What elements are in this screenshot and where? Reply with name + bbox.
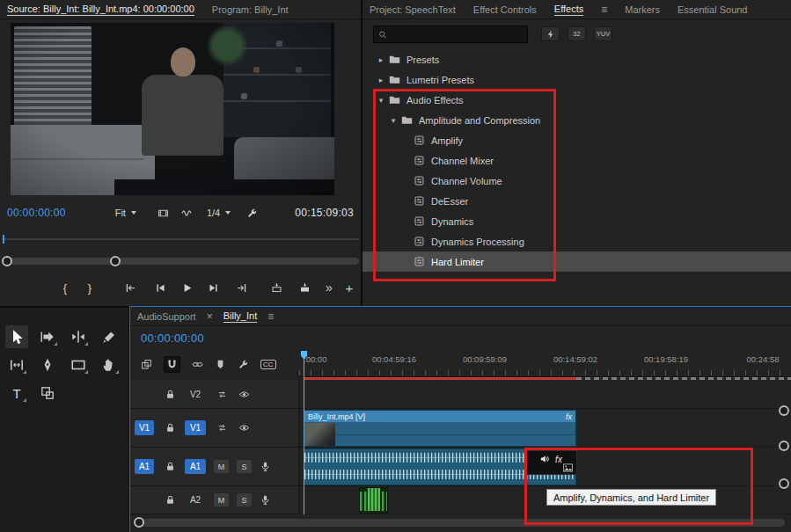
selection-tool[interactable]: [5, 325, 28, 348]
track-resize-handle-1[interactable]: [779, 405, 789, 416]
tree-item-dynamics-processing[interactable]: Dynamics Processing: [363, 231, 791, 251]
zoom-handle-left[interactable]: [2, 256, 12, 266]
timeline-settings-wrench-icon[interactable]: [238, 359, 249, 370]
go-to-in-button[interactable]: [120, 277, 141, 298]
32bit-color-filter-button[interactable]: 32: [568, 26, 586, 41]
source-playhead[interactable]: [3, 235, 4, 244]
tab-program[interactable]: Program: Billy_Int: [212, 4, 289, 15]
play-button[interactable]: [176, 277, 197, 298]
timeline-ruler[interactable]: :00:00 00:04:59:16 00:09:59:09 00:14:59:…: [299, 351, 791, 377]
ripple-edit-tool[interactable]: [67, 325, 90, 348]
close-icon[interactable]: ×: [207, 311, 213, 322]
slip-tool[interactable]: [5, 353, 28, 376]
mute-button[interactable]: M: [214, 493, 229, 506]
lock-icon[interactable]: [165, 494, 176, 506]
solo-button[interactable]: S: [237, 493, 252, 506]
track-resize-handle-3[interactable]: [779, 478, 789, 489]
track-target-a1[interactable]: A1: [185, 459, 206, 474]
zoom-handle-right[interactable]: [110, 256, 121, 266]
lock-icon[interactable]: [165, 422, 176, 434]
drag-audio-icon[interactable]: [181, 208, 193, 219]
tree-item-amplitude-and-compression[interactable]: ▾ Amplitude and Compression: [363, 110, 791, 130]
sync-lock-icon[interactable]: [216, 422, 228, 434]
fit-dropdown[interactable]: Fit: [115, 208, 136, 218]
accelerated-effects-filter-button[interactable]: [541, 26, 560, 41]
tab-project[interactable]: Project: SpeechText: [370, 4, 456, 15]
lock-icon[interactable]: [165, 461, 176, 472]
settings-wrench-icon[interactable]: [246, 208, 258, 219]
add-button[interactable]: +: [339, 277, 360, 298]
add-marker-icon[interactable]: [215, 359, 226, 370]
source-zoom-scrollbar[interactable]: [0, 253, 361, 269]
audio-clip-fx-badge-box[interactable]: fx: [524, 450, 577, 475]
step-back-button[interactable]: [150, 277, 171, 298]
track-target-v2[interactable]: V2: [185, 387, 206, 402]
tree-item-hard-limiter[interactable]: Hard Limiter: [363, 251, 791, 272]
source-patch-v1[interactable]: V1: [135, 420, 154, 435]
source-patch-a1[interactable]: A1: [135, 459, 154, 474]
chevron-right-icon[interactable]: ▸: [375, 55, 387, 64]
nest-toggle-icon[interactable]: [141, 359, 152, 370]
mute-button[interactable]: M: [214, 460, 229, 473]
voiceover-mic-icon[interactable]: [260, 494, 271, 506]
source-video-preview[interactable]: [11, 23, 334, 195]
snap-magnet-icon[interactable]: [164, 356, 180, 373]
linked-selection-icon[interactable]: [192, 359, 203, 370]
mark-out-button[interactable]: }: [79, 277, 100, 298]
chevron-down-icon[interactable]: ▾: [387, 116, 399, 125]
tab-effect-controls[interactable]: Effect Controls: [473, 4, 537, 15]
chevron-down-icon[interactable]: ▾: [375, 96, 387, 105]
tab-source[interactable]: Source: Billy_Int: Billy_Int.mp4: 00:00:…: [7, 4, 194, 16]
chevron-right-icon[interactable]: ▸: [375, 76, 387, 84]
insert-button[interactable]: [266, 277, 287, 298]
pen-tool[interactable]: [36, 353, 59, 376]
go-to-out-button[interactable]: [231, 277, 252, 298]
panel-menu-icon[interactable]: ≡: [601, 4, 607, 15]
type-tool[interactable]: T: [5, 382, 28, 404]
eye-icon[interactable]: [238, 422, 250, 434]
captions-icon[interactable]: CC: [260, 360, 276, 369]
tree-item-channel-volume[interactable]: Channel Volume: [363, 171, 791, 191]
panel-menu-icon[interactable]: ≡: [267, 311, 274, 322]
lock-icon[interactable]: [165, 389, 176, 400]
track-select-tool[interactable]: [36, 325, 59, 348]
fx-badge[interactable]: fx: [566, 412, 572, 421]
mark-in-button[interactable]: {: [55, 277, 76, 298]
timeline-clip-billy-video[interactable]: Billy_Int.mp4 [V] fx: [304, 410, 576, 447]
eye-icon[interactable]: [238, 389, 250, 400]
tree-item-amplify[interactable]: Amplify: [363, 130, 791, 150]
fx-badge[interactable]: fx: [555, 455, 562, 464]
track-body-v2[interactable]: [299, 381, 791, 409]
source-mini-timeline[interactable]: [0, 234, 361, 244]
more-buttons[interactable]: »: [319, 277, 340, 298]
timeline-playhead[interactable]: [304, 351, 304, 514]
resolution-dropdown[interactable]: 1/4: [207, 208, 231, 218]
hand-tool[interactable]: [98, 353, 121, 376]
track-resize-handle-2[interactable]: [779, 441, 789, 451]
tab-markers[interactable]: Markers: [625, 4, 660, 15]
tree-item-dynamics[interactable]: Dynamics: [363, 211, 791, 231]
search-input[interactable]: [392, 29, 523, 40]
tree-item-lumetri-presets[interactable]: ▸ Lumetri Presets: [363, 69, 791, 90]
overwrite-button[interactable]: [294, 277, 315, 298]
transform-tool[interactable]: [36, 382, 59, 404]
voiceover-mic-icon[interactable]: [260, 461, 271, 472]
rectangle-tool[interactable]: [67, 353, 90, 376]
step-forward-button[interactable]: [202, 277, 223, 298]
drag-video-icon[interactable]: [157, 208, 169, 219]
track-target-a2[interactable]: A2: [185, 492, 206, 507]
horizontal-scrollbar[interactable]: [135, 519, 785, 527]
tree-item-audio-effects[interactable]: ▾ Audio Effects: [363, 90, 791, 110]
tab-essential-sound[interactable]: Essential Sound: [677, 4, 748, 15]
timeline-clip-a2-audio[interactable]: [359, 487, 388, 514]
yuv-effects-filter-button[interactable]: YUV: [594, 26, 612, 41]
tree-item-deesser[interactable]: DeEsser: [363, 191, 791, 211]
tab-effects[interactable]: Effects: [554, 4, 583, 16]
solo-button[interactable]: S: [237, 460, 252, 473]
tab-billy-int[interactable]: Billy_Int: [223, 310, 258, 323]
effects-search-box[interactable]: [373, 26, 528, 43]
timeline-current-timecode[interactable]: 00:00:00:00: [141, 332, 204, 345]
tab-audiosupport[interactable]: AudioSupport: [137, 311, 196, 322]
source-current-timecode[interactable]: 00:00:00:00: [7, 207, 66, 219]
track-target-v1[interactable]: V1: [185, 420, 206, 435]
